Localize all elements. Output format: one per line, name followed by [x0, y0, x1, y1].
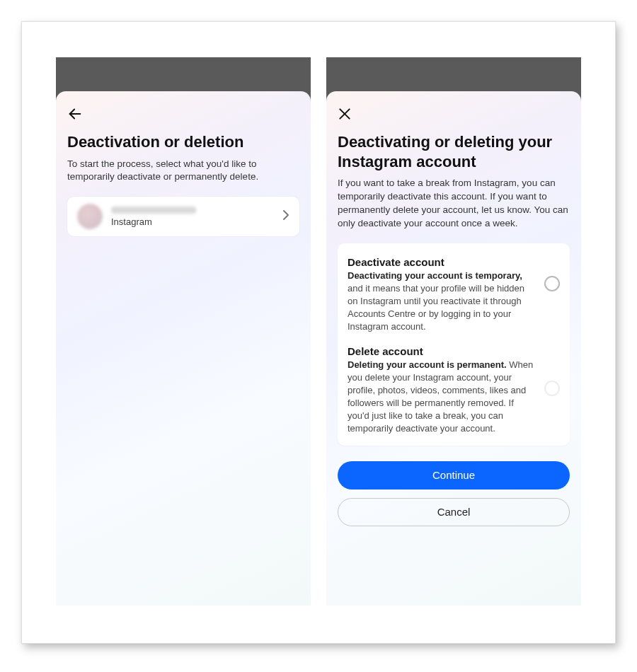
- bottom-sheet-left: Deactivation or deletion To start the pr…: [56, 91, 311, 606]
- chevron-right-icon: [282, 209, 289, 224]
- option-deactivate[interactable]: Deactivate account Deactivating your acc…: [348, 253, 560, 342]
- option-delete-desc: Deleting your account is permanent. When…: [348, 359, 537, 436]
- account-name-blurred: [111, 207, 196, 214]
- screenshot-frame: Deactivation or deletion To start the pr…: [21, 21, 616, 644]
- phone-screen-left: Deactivation or deletion To start the pr…: [56, 57, 311, 606]
- radio-deactivate[interactable]: [544, 276, 560, 291]
- continue-button[interactable]: Continue: [338, 461, 570, 489]
- avatar: [77, 204, 103, 229]
- options-card: Deactivate account Deactivating your acc…: [338, 243, 570, 446]
- page-title: Deactivation or deletion: [67, 132, 299, 152]
- bottom-sheet-right: Deactivating or deleting your Instagram …: [326, 91, 581, 606]
- account-platform-label: Instagram: [111, 216, 274, 227]
- option-deactivate-desc: Deactivating your account is temporary, …: [348, 270, 537, 334]
- option-delete[interactable]: Delete account Deleting your account is …: [348, 342, 560, 436]
- arrow-left-icon: [67, 106, 83, 122]
- page-subtitle: To start the process, select what you'd …: [67, 158, 299, 185]
- cancel-button[interactable]: Cancel: [338, 498, 570, 526]
- back-button[interactable]: [67, 104, 87, 124]
- page-title: Deactivating or deleting your Instagram …: [338, 132, 570, 171]
- close-button[interactable]: [338, 104, 357, 124]
- radio-delete[interactable]: [544, 381, 560, 396]
- account-text: Instagram: [111, 207, 274, 227]
- option-deactivate-title: Deactivate account: [348, 256, 537, 268]
- close-icon: [338, 107, 352, 121]
- option-delete-title: Delete account: [348, 345, 537, 357]
- page-subtitle: If you want to take a break from Instagr…: [338, 177, 570, 231]
- account-row[interactable]: Instagram: [67, 197, 299, 236]
- phone-screen-right: Deactivating or deleting your Instagram …: [326, 57, 581, 606]
